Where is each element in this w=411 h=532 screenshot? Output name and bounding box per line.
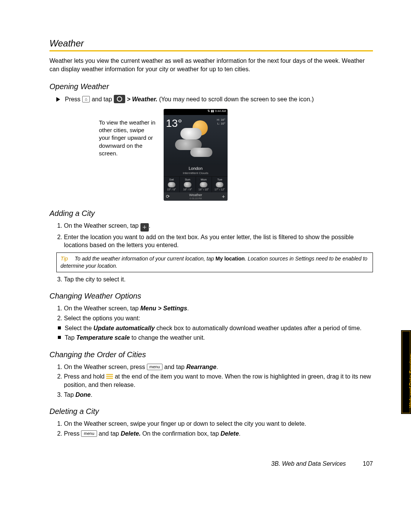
options-step1: On the Weather screen, tap Menu > Settin…: [64, 304, 373, 313]
order-step1-c: .: [217, 364, 218, 370]
adding-step3: Tap the city to select it.: [64, 275, 373, 284]
tip-bold: My location: [215, 256, 245, 262]
play-arrow-icon: [56, 97, 60, 102]
heading-deleting-city: Deleting a City: [49, 407, 373, 416]
phone-screenshot: ⇅ ▮▮ 9:44 AM 13° H: 16° L: 10° London In…: [164, 109, 228, 201]
forecast-day-name: Sat: [164, 178, 179, 181]
adding-step1: On the Weather screen, tap +.: [64, 222, 373, 232]
order-step3-a: Tap: [64, 391, 75, 398]
section-side-tab: Web and Data Services: [401, 330, 411, 414]
side-tab-label: Web and Data Services: [408, 353, 411, 408]
options-bullet1: Select the Update automatically check bo…: [58, 324, 373, 332]
tip-label: Tip: [61, 256, 68, 262]
tip-text-a: To add the weather information of your c…: [75, 256, 215, 262]
options-step1-menu: Menu > Settings: [140, 305, 187, 312]
phone-hilo: H: 16° L: 10°: [217, 118, 225, 126]
order-step3: Tap Done.: [64, 391, 373, 399]
phone-lo: L: 10°: [217, 122, 225, 126]
opening-press: Press: [65, 96, 80, 102]
heading-changing-options: Changing Weather Options: [49, 292, 373, 300]
signal-icon: ⇅ ▮▮: [207, 109, 214, 113]
forecast-day: Sat 15° / 8°: [164, 177, 180, 192]
swipe-tip-text: To view the weather in other cities, swi…: [99, 109, 156, 201]
gt-sep: >: [127, 96, 130, 102]
options-b1-a: Select the: [65, 325, 94, 331]
deleting-step2-a: Press: [64, 430, 81, 437]
phone-bottom-label-text: Weather: [189, 193, 202, 197]
phone-forecast: Sat 15° / 8° Sun 16° / 9° Mon 16° / 10° …: [164, 177, 228, 192]
phone-bottom-sub: ⊙ 01:15 PM: [172, 197, 219, 200]
options-b2-bold: Temperature scale: [76, 334, 130, 341]
forecast-temps: 16° / 9°: [180, 188, 195, 191]
options-b1-bold: Update automatically: [94, 325, 155, 331]
plus-icon: +: [140, 223, 149, 232]
phone-bottom-label: Weather ⊙ 01:15 PM: [172, 193, 219, 200]
order-step1: On the Weather screen, press menu and ta…: [64, 363, 373, 371]
apps-target-icon: [114, 95, 125, 103]
deleting-step2: Press menu and tap Delete. On the confir…: [64, 430, 373, 438]
order-step1-a: On the Weather screen, press: [64, 364, 147, 370]
cloud-icon: [190, 148, 212, 157]
phone-condition: Intermittent Clouds: [164, 171, 228, 177]
deleting-step2-bold2: Delete: [221, 430, 239, 437]
deleting-step2-b: and tap: [97, 430, 121, 437]
status-time: 9:44 AM: [215, 109, 226, 113]
order-step3-b: .: [91, 391, 92, 398]
heading-opening-weather: Opening Weather: [49, 82, 373, 91]
menu-key-icon: menu: [81, 430, 97, 437]
options-step2: Select the options you want:: [64, 314, 373, 323]
forecast-temps: 15° / 8°: [164, 188, 179, 191]
heading-changing-order: Changing the Order of Cities: [49, 350, 373, 359]
adding-step1-text: On the Weather screen, tap: [64, 222, 139, 229]
forecast-cloud-icon: [184, 182, 191, 187]
forecast-day: Tue 17° / 12°: [212, 177, 228, 192]
forecast-day: Mon 16° / 10°: [196, 177, 212, 192]
adding-step1-end: .: [149, 222, 150, 229]
options-bullet2: Tap Temperature scale to change the weat…: [58, 334, 373, 342]
forecast-cloud-icon: [200, 182, 207, 187]
forecast-day-name: Tue: [212, 178, 228, 181]
options-b1-b: check box to automatically download weat…: [155, 325, 362, 331]
opening-andtap: and tap: [92, 96, 112, 102]
footer-page-number: 107: [363, 460, 373, 467]
deleting-step2-bold1: Delete.: [121, 430, 140, 437]
phone-city: London: [164, 165, 228, 171]
footer-section: 3B. Web and Data Services: [271, 460, 346, 467]
phone-weather-panel: 13° H: 16° L: 10°: [164, 115, 228, 165]
deleting-step2-c: On the confirmation box, tap: [141, 430, 221, 437]
phone-hi: H: 16°: [217, 118, 225, 122]
forecast-cloud-icon: [168, 182, 175, 187]
home-key-icon: ⌂: [82, 96, 90, 102]
order-step2-a: Press and hold: [64, 373, 106, 380]
adding-step2: Enter the location you want to add on th…: [64, 233, 373, 249]
forecast-day-name: Sun: [180, 178, 195, 181]
options-step1-b: .: [187, 305, 189, 312]
forecast-day: Sun 16° / 9°: [180, 177, 196, 192]
forecast-temps: 16° / 10°: [196, 188, 212, 191]
page-title: Weather: [49, 38, 373, 49]
forecast-temps: 17° / 12°: [212, 188, 228, 191]
phone-statusbar: ⇅ ▮▮ 9:44 AM: [164, 109, 228, 115]
menu-key-icon: menu: [147, 364, 163, 370]
intro-text: Weather lets you view the current weathe…: [49, 57, 373, 73]
drag-handle-icon: [106, 373, 113, 380]
page-footer: 3B. Web and Data Services 107: [49, 460, 373, 467]
cloud-icon: [180, 128, 202, 139]
options-b2-b: to change the weather unit.: [130, 334, 205, 341]
opening-step: Press ⌂ and tap > Weather. (You may need…: [56, 95, 373, 104]
forecast-cloud-icon: [216, 182, 223, 187]
tip-box: Tip To add the weather information of yo…: [56, 252, 373, 272]
weather-label: Weather.: [132, 96, 157, 102]
opening-note: (You may need to scroll down the screen …: [159, 96, 314, 102]
heading-adding-city: Adding a City: [49, 209, 373, 218]
title-rule: [49, 50, 373, 51]
order-step1-bold: Rearrange: [186, 364, 216, 370]
forecast-day-name: Mon: [196, 178, 212, 181]
phone-bottombar: ⟳ Weather ⊙ 01:15 PM +: [164, 192, 228, 201]
options-b2-a: Tap: [65, 334, 76, 341]
refresh-icon: ⟳: [164, 194, 172, 199]
phone-temp: 13°: [166, 117, 182, 129]
deleting-step1: On the Weather screen, swipe your finger…: [64, 420, 373, 428]
order-step1-b: and tap: [162, 364, 186, 370]
order-step2: Press and hold at the end of the item yo…: [64, 372, 373, 389]
